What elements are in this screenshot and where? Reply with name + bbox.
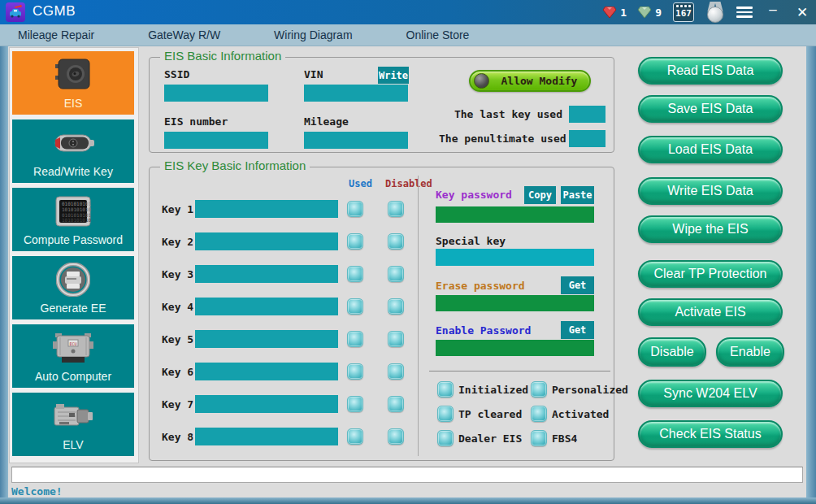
- eis-number-field[interactable]: [164, 132, 268, 149]
- medal-icon[interactable]: [705, 2, 725, 23]
- save-eis-data-button[interactable]: Save EIS Data: [638, 95, 783, 123]
- key-value-field[interactable]: [195, 298, 338, 315]
- copy-button[interactable]: Copy: [524, 186, 556, 204]
- key-label: Key 4: [162, 301, 193, 313]
- used-checkbox[interactable]: [347, 396, 363, 412]
- ssid-field[interactable]: [164, 85, 268, 102]
- eis-basic-information-group: EIS Basic Information SSID VIN Write EIS…: [149, 57, 614, 153]
- key-password-field[interactable]: [436, 206, 594, 223]
- minimize-button[interactable]: –: [764, 2, 782, 18]
- personalized-checkbox[interactable]: [531, 381, 547, 398]
- calendar-icon[interactable]: 167: [673, 2, 694, 22]
- sidebar-item-generate-ee[interactable]: Generate EE: [12, 256, 134, 319]
- used-checkbox[interactable]: [347, 298, 363, 315]
- erase-password-field[interactable]: [436, 295, 594, 311]
- mileage-field[interactable]: [304, 132, 408, 149]
- app-window: CGMB 1 9 167 – ✕ Mileage Repair GateW: [0, 0, 816, 504]
- key-value-field[interactable]: [195, 200, 338, 218]
- eis-number-label: EIS number: [164, 115, 228, 128]
- binary-screen-icon: 0101010101 1010101010 0101010101 1010101…: [12, 193, 134, 230]
- key-value-field[interactable]: [195, 232, 338, 250]
- penultimate-used-label: The penultimate used: [439, 133, 562, 145]
- svg-text:1010101010: 1010101010: [62, 206, 92, 212]
- toggle-knob-icon: [474, 73, 489, 89]
- read-eis-data-button[interactable]: Read EIS Data: [638, 57, 783, 85]
- erase-password-label: Erase password: [436, 280, 525, 292]
- used-checkbox[interactable]: [347, 201, 363, 217]
- key-value-field[interactable]: [195, 428, 338, 445]
- activate-eis-button[interactable]: Activate EIS: [638, 298, 783, 326]
- sidebar-item-auto-computer[interactable]: ECU Auto Computer: [12, 324, 134, 388]
- key-label: Key 6: [162, 366, 193, 378]
- used-checkbox[interactable]: [347, 428, 363, 445]
- sidebar-item-compute-password[interactable]: 0101010101 1010101010 0101010101 1010101…: [12, 188, 134, 251]
- disabled-checkbox[interactable]: [388, 266, 404, 282]
- vin-write-button[interactable]: Write: [378, 67, 409, 84]
- used-column-header: Used: [349, 178, 372, 189]
- allow-modify-label: Allow Modify: [489, 75, 589, 87]
- key-value-field[interactable]: [195, 330, 338, 348]
- used-checkbox[interactable]: [347, 331, 363, 347]
- key-label: Key 7: [162, 398, 193, 411]
- key-row: Key 5: [150, 330, 418, 348]
- wipe-the-eis-button[interactable]: Wipe the EIS: [638, 215, 783, 243]
- last-key-used-field[interactable]: [569, 106, 605, 123]
- used-checkbox[interactable]: [347, 266, 363, 282]
- write-eis-data-button[interactable]: Write EIS Data: [638, 177, 783, 205]
- key-value-field[interactable]: [195, 265, 338, 283]
- enable-password-label: Enable Password: [436, 324, 531, 337]
- special-key-field[interactable]: [436, 249, 594, 266]
- check-eis-status-button[interactable]: Check EIS Status: [638, 420, 783, 448]
- close-button[interactable]: ✕: [793, 4, 811, 21]
- used-checkbox[interactable]: [347, 363, 363, 380]
- menu-item-mileage-repair[interactable]: Mileage Repair: [7, 24, 106, 46]
- disabled-checkbox[interactable]: [388, 233, 404, 250]
- clear-tp-protection-button[interactable]: Clear TP Protection: [638, 260, 783, 288]
- allow-modify-toggle[interactable]: Allow Modify: [469, 70, 591, 92]
- key-value-field[interactable]: [195, 395, 338, 413]
- menu-item-online-store[interactable]: Online Store: [395, 24, 481, 46]
- vin-field[interactable]: [304, 85, 408, 102]
- key-value-field[interactable]: [195, 363, 338, 380]
- enable-password-get-button[interactable]: Get: [561, 321, 594, 339]
- sidebar: EIS Read/Write Key 010101010: [9, 47, 139, 463]
- sidebar-item-label: ELV: [63, 438, 83, 451]
- initialized-checkbox[interactable]: [437, 381, 454, 398]
- sidebar-item-label: EIS: [64, 97, 83, 110]
- svg-text:0101010101: 0101010101: [62, 201, 92, 206]
- mileage-label: Mileage: [304, 115, 349, 128]
- sidebar-item-eis[interactable]: EIS: [12, 51, 134, 115]
- special-key-label: Special key: [436, 235, 506, 247]
- sidebar-item-label: Auto Computer: [35, 370, 111, 383]
- tp-cleared-checkbox[interactable]: [437, 406, 454, 422]
- key-label: Key 1: [162, 203, 193, 215]
- sync-w204-elv-button[interactable]: Sync W204 ELV: [638, 380, 783, 407]
- menu-item-wiring-diagram[interactable]: Wiring Diagram: [263, 24, 363, 46]
- penultimate-used-field[interactable]: [569, 130, 605, 147]
- enable-button[interactable]: Enable: [716, 337, 784, 367]
- green-gem-icon: [638, 7, 651, 18]
- menu-item-gateway-rw[interactable]: GateWay R/W: [137, 24, 232, 46]
- disabled-checkbox[interactable]: [388, 298, 404, 315]
- eis-key-basic-information-group: EIS Key Basic Information Used Disabled …: [149, 167, 614, 461]
- activated-checkbox[interactable]: [531, 406, 547, 422]
- used-checkbox[interactable]: [347, 233, 363, 250]
- menu-hamburger-button[interactable]: [736, 7, 753, 18]
- ssid-label: SSID: [164, 68, 189, 80]
- disable-button[interactable]: Disable: [638, 337, 706, 367]
- disabled-checkbox[interactable]: [388, 331, 404, 347]
- paste-button[interactable]: Paste: [561, 186, 594, 204]
- sidebar-item-elv[interactable]: ELV: [12, 393, 134, 456]
- status-message: Welcome!: [11, 485, 63, 497]
- action-button-column: Read EIS Data Save EIS Data Load EIS Dat…: [638, 55, 783, 454]
- fbs4-checkbox[interactable]: [531, 430, 547, 446]
- disabled-checkbox[interactable]: [388, 428, 404, 445]
- disabled-checkbox[interactable]: [388, 396, 404, 412]
- disabled-checkbox[interactable]: [388, 363, 404, 380]
- sidebar-item-read-write-key[interactable]: Read/Write Key: [12, 119, 134, 183]
- erase-password-get-button[interactable]: Get: [561, 276, 594, 294]
- dealer-eis-checkbox[interactable]: [437, 430, 454, 446]
- disabled-checkbox[interactable]: [388, 201, 404, 217]
- load-eis-data-button[interactable]: Load EIS Data: [638, 136, 783, 163]
- enable-password-field[interactable]: [436, 340, 594, 356]
